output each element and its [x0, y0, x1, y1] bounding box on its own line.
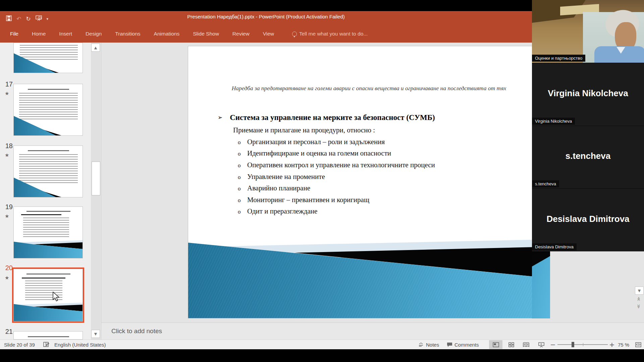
lightbulb-icon: [292, 32, 297, 36]
save-icon[interactable]: [6, 15, 12, 22]
slide-list-item: oОдит и преразглеждане: [238, 207, 317, 216]
normal-view-button[interactable]: [489, 340, 502, 349]
window-title: Presentation Наредба(1).pptx - PowerPoin…: [0, 14, 532, 19]
tab-view[interactable]: View: [263, 31, 274, 37]
tab-animations[interactable]: Animations: [154, 31, 180, 37]
participant-display-name: s.tencheva: [532, 151, 644, 161]
zoom-level[interactable]: 75 %: [618, 340, 629, 349]
comments-toggle[interactable]: Comments: [447, 340, 479, 349]
slide-list-item: oУправление на промените: [238, 173, 325, 181]
redo-icon[interactable]: ↻: [26, 15, 31, 22]
slide-list-item: oОперативен контрол и управление на техн…: [238, 161, 435, 169]
zoom-slider-thumb[interactable]: [572, 342, 574, 347]
slide-canvas[interactable]: Наредба за предотвратяване на големи ава…: [188, 46, 550, 318]
scroll-down-button[interactable]: ▼: [91, 330, 100, 338]
thumbnail-number-selected: 20: [2, 264, 13, 272]
notes-placeholder: Click to add notes: [111, 327, 162, 335]
proofing-icon[interactable]: [43, 340, 50, 349]
zoom-slider-track[interactable]: [557, 344, 608, 345]
reading-view-button[interactable]: [519, 340, 533, 349]
scroll-up-button[interactable]: ▲: [91, 44, 100, 52]
slide-indicator: Slide 20 of 39: [4, 340, 35, 349]
circle-bullet-icon: o: [238, 185, 247, 192]
ribbon-tabs: File Home Insert Design Transitions Anim…: [0, 28, 532, 40]
language-indicator[interactable]: English (United States): [54, 340, 106, 349]
quick-access-toolbar: ↶ ↻ ▾: [6, 14, 48, 23]
slide-bullet-title: ➢Система за управление на мерките за без…: [218, 113, 435, 122]
previous-slide-button[interactable]: ≫: [637, 295, 640, 303]
tab-slide-show[interactable]: Slide Show: [193, 31, 219, 37]
zoom-slider-tick: [583, 343, 583, 346]
customize-qat-icon[interactable]: ▾: [47, 17, 49, 21]
video-person: [616, 47, 625, 54]
status-bar: Slide 20 of 39 English (United States) N…: [0, 340, 644, 349]
slide-list-item: oИдентифициране и оценка на големи опасн…: [238, 149, 391, 158]
participant-video-tile[interactable]: Оценки и партньорство: [532, 0, 644, 63]
circle-bullet-icon: o: [238, 208, 247, 215]
thumbnail-number: 17: [2, 80, 13, 88]
slide-edge-graphic: [532, 256, 550, 318]
slideshow-view-button[interactable]: [535, 340, 548, 349]
circle-bullet-icon: o: [238, 139, 247, 146]
slide-header-text: Наредба за предотвратяване на големи ава…: [202, 85, 536, 92]
bottom-black-bar: [0, 349, 644, 362]
participant-name-label: s.tencheva: [532, 180, 559, 187]
participant-tile[interactable]: Virginia Nikolcheva Virginia Nikolcheva: [532, 63, 644, 126]
fit-slide-to-window-button[interactable]: [635, 340, 641, 349]
tab-review[interactable]: Review: [232, 31, 250, 37]
thumbnail-slide-17[interactable]: [13, 84, 83, 136]
participant-display-name: Virginia Nikolcheva: [532, 88, 644, 99]
zoom-out-button[interactable]: −: [550, 340, 556, 349]
zoom-in-button[interactable]: +: [609, 340, 615, 349]
thumbnail-slide-21-partial[interactable]: [13, 331, 83, 340]
slide-list-item: oОрганизация и персонал – роли и задълже…: [238, 138, 385, 146]
thumbnail-number: 18: [2, 142, 13, 150]
undo-icon[interactable]: ↶: [16, 15, 21, 22]
slide-sorter-button[interactable]: [504, 340, 518, 349]
participant-name-label: Virginia Nikolcheva: [532, 118, 575, 125]
circle-bullet-icon: o: [238, 197, 247, 204]
thumbnail-panel: 17 ★ 18 ★ 19 ★ 20 ★ 21: [0, 43, 101, 340]
thumbnail-slide-19[interactable]: [13, 206, 83, 258]
thumbnail-number: 21: [2, 328, 13, 336]
scroll-down-button[interactable]: ▼: [635, 287, 644, 295]
circle-bullet-icon: o: [238, 174, 247, 181]
tab-transitions[interactable]: Transitions: [115, 31, 140, 37]
arrow-bullet-icon: ➢: [218, 114, 222, 121]
notes-toggle[interactable]: Notes: [419, 340, 439, 349]
next-slide-button[interactable]: ≫: [637, 303, 640, 310]
tab-home[interactable]: Home: [32, 31, 46, 37]
thumbnail-slide-16-partial[interactable]: [13, 43, 83, 73]
participant-name-label: Оценки и партньорство: [532, 55, 585, 62]
slide-list-item: oАварийно планиране: [238, 184, 310, 192]
circle-bullet-icon: o: [238, 162, 247, 169]
participant-tile[interactable]: s.tencheva s.tencheva: [532, 126, 644, 188]
thumbnail-number: 19: [2, 203, 13, 211]
mouse-cursor: [52, 292, 60, 304]
animation-star-icon: ★: [5, 275, 9, 281]
thumbnail-scrollbar-thumb[interactable]: [92, 162, 100, 195]
start-slideshow-icon[interactable]: [36, 15, 42, 22]
video-call-panel: Оценки и партньорство Virginia Nikolchev…: [532, 0, 644, 251]
participant-name-label: Desislava Dimitrova: [532, 243, 577, 250]
participant-tile[interactable]: Desislava Dimitrova Desislava Dimitrova: [532, 188, 644, 251]
animation-star-icon: ★: [5, 90, 9, 97]
slide-bullet-subtitle: Приемане и прилагане на процедури, относ…: [233, 126, 375, 134]
tab-insert[interactable]: Insert: [59, 31, 72, 37]
slide-list-item: oМониторинг – превантивен и коригиращ: [238, 196, 369, 204]
thumbnail-slide-20-selected[interactable]: [13, 269, 83, 321]
tab-file[interactable]: File: [10, 31, 18, 37]
participant-display-name: Desislava Dimitrova: [532, 214, 644, 224]
notes-pane[interactable]: Click to add notes: [101, 322, 644, 340]
tell-me-box[interactable]: Tell me what you want to do...: [292, 31, 368, 37]
tab-design[interactable]: Design: [86, 31, 102, 37]
animation-star-icon: ★: [5, 213, 9, 219]
circle-bullet-icon: o: [238, 150, 247, 157]
thumbnail-slide-18[interactable]: [13, 145, 83, 197]
animation-star-icon: ★: [5, 152, 9, 158]
